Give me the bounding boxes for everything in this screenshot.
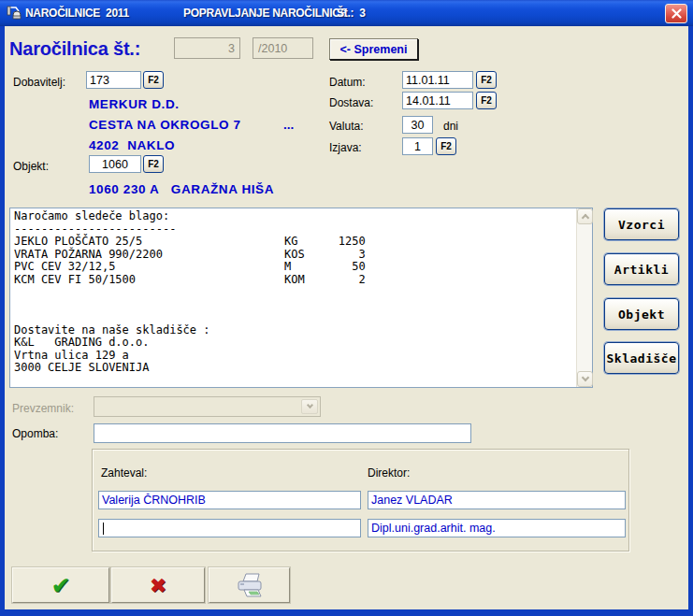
director-name-input[interactable] xyxy=(368,491,626,509)
cross-icon: ✖ xyxy=(150,574,166,597)
window-title: POPRAVLJANJE NAROČILNICE xyxy=(183,7,347,20)
window-border-right xyxy=(688,26,693,609)
order-text-content: Naročamo sledeče blago: ----------------… xyxy=(10,208,592,377)
chevron-down-icon xyxy=(306,402,312,408)
statement-input[interactable] xyxy=(402,137,433,155)
date-f2-button[interactable]: F2 xyxy=(476,71,497,89)
statement-f2-button[interactable]: F2 xyxy=(436,137,456,155)
print-button[interactable] xyxy=(209,567,290,603)
delivery-date-input[interactable] xyxy=(402,92,473,109)
order-year-field xyxy=(253,37,313,59)
statement-label: Izjava: xyxy=(329,141,362,154)
supplier-code-input[interactable] xyxy=(86,71,141,89)
object-button[interactable]: Objekt xyxy=(604,298,679,330)
supplier-street: CESTA NA OKROGLO 7 xyxy=(89,118,241,132)
days-unit-label: dni xyxy=(443,120,458,133)
currency-label: Valuta: xyxy=(329,120,363,133)
object-f2-button[interactable]: F2 xyxy=(143,155,164,173)
requested-by-line2-input[interactable] xyxy=(98,519,361,537)
order-text-area[interactable]: Naročamo sledeče blago: ----------------… xyxy=(9,208,593,388)
scroll-up-button[interactable] xyxy=(577,208,593,224)
delivery-f2-button[interactable]: F2 xyxy=(476,92,497,109)
date-input[interactable] xyxy=(402,71,473,89)
articles-button[interactable]: Artikli xyxy=(604,253,679,285)
close-icon xyxy=(671,8,682,19)
page-title: Naročilnica št.: xyxy=(9,38,140,60)
titlebar: NAROČILNICE 2011 POPRAVLJANJE NAROČILNIC… xyxy=(0,0,693,26)
confirm-button[interactable]: ✔ xyxy=(12,567,109,603)
order-edit-window: NAROČILNICE 2011 POPRAVLJANJE NAROČILNIC… xyxy=(0,0,693,616)
order-number-title: Št.: 3 xyxy=(337,7,366,20)
receiver-label: Prevzemnik: xyxy=(12,402,74,415)
object-label: Objekt: xyxy=(13,160,49,173)
chevron-down-icon xyxy=(581,374,588,381)
cancel-button[interactable]: ✖ xyxy=(111,567,205,603)
date-label: Datum: xyxy=(329,76,366,89)
printer-icon xyxy=(233,571,267,599)
change-order-button[interactable]: <- Spremeni xyxy=(329,38,418,60)
payment-days-input[interactable] xyxy=(402,116,433,134)
receiver-dropdown xyxy=(94,396,321,417)
app-title: NAROČILNICE 2011 xyxy=(25,7,129,20)
director-label: Direktor: xyxy=(368,466,410,480)
scroll-down-button[interactable] xyxy=(577,371,593,387)
dropdown-arrow-button xyxy=(301,399,318,414)
supplier-more-link[interactable]: ... xyxy=(283,118,294,132)
object-code-input[interactable] xyxy=(89,155,141,173)
delivery-label: Dostava: xyxy=(329,96,373,109)
order-number-field xyxy=(174,37,240,59)
samples-button[interactable]: Vzorci xyxy=(604,208,679,240)
note-label: Opomba: xyxy=(12,427,58,440)
text-cursor xyxy=(103,523,104,535)
supplier-city: 4202 NAKLO xyxy=(89,138,175,152)
close-button[interactable] xyxy=(665,4,687,23)
supplier-name: MERKUR D.D. xyxy=(89,97,180,111)
supplier-label: Dobavitelj: xyxy=(13,76,65,89)
note-input[interactable] xyxy=(94,423,471,443)
chevron-up-icon xyxy=(581,214,588,222)
director-title-input[interactable] xyxy=(368,519,626,537)
check-icon: ✔ xyxy=(51,572,71,599)
order-text-scrollbar[interactable] xyxy=(576,208,592,387)
window-border-bottom xyxy=(0,609,693,616)
object-description: 1060 230 A GARAŽNA HIŠA xyxy=(89,182,274,196)
window-border-left xyxy=(0,26,5,609)
supplier-f2-button[interactable]: F2 xyxy=(143,71,164,89)
app-icon xyxy=(7,5,23,21)
warehouse-button[interactable]: Skladišče xyxy=(604,342,679,374)
requested-by-label: Zahteval: xyxy=(101,466,147,480)
requested-by-input[interactable] xyxy=(98,491,361,509)
